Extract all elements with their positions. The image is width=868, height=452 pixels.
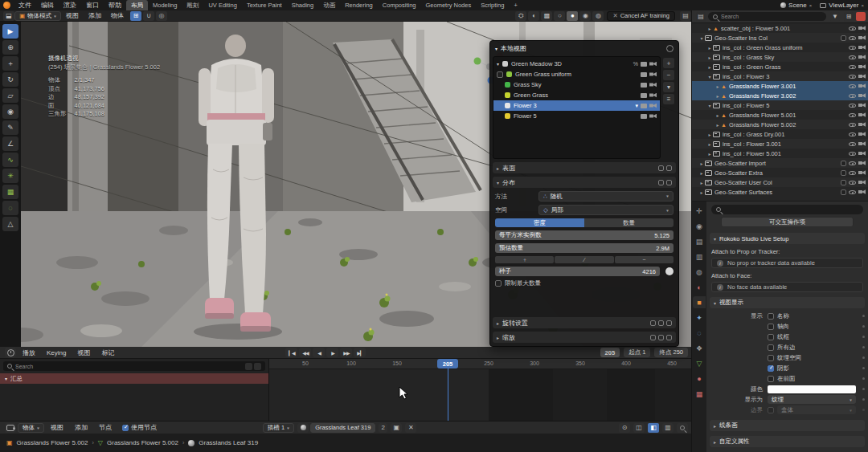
tab-scripting[interactable]: Scripting	[476, 0, 509, 10]
shading-solid-icon[interactable]: ●	[567, 11, 578, 21]
render-visibility-icon[interactable]	[858, 189, 866, 194]
render-icon[interactable]	[649, 114, 657, 119]
tab-rendering[interactable]: Rendering	[340, 0, 378, 10]
in-front-checkbox[interactable]	[768, 376, 774, 382]
tool-scatter-pattern[interactable]: ▦	[2, 185, 18, 199]
hide-icon[interactable]	[849, 84, 856, 88]
breadcrumb-mesh[interactable]: Grasslands Flower 5.002	[107, 439, 178, 446]
render-visibility-icon[interactable]	[858, 64, 866, 69]
hide-icon[interactable]	[849, 94, 856, 98]
divide-density-button[interactable]: ∕	[555, 256, 613, 263]
prev-keyframe-button[interactable]: ◀◀	[299, 348, 311, 357]
estimate-slider[interactable]: 预估数量2.9M	[495, 243, 674, 253]
outliner-row[interactable]: ▾ins_col : Flower 3	[692, 71, 868, 81]
display-icon[interactable]	[641, 93, 647, 98]
overlays-icon[interactable]: ◐	[528, 11, 539, 21]
subtract-density-button[interactable]: −	[615, 256, 674, 263]
exclude-checkbox[interactable]	[841, 161, 846, 166]
outliner-row-selected[interactable]: ▸▲Grasslands Flower 3.002	[692, 91, 868, 100]
outliner-row[interactable]: ▸ins_col : Green Grass	[692, 62, 868, 71]
filter-icon[interactable]: ▼	[830, 12, 840, 22]
render-visibility-icon[interactable]	[858, 93, 866, 98]
outliner-row[interactable]: ▸▲Grasslands Flower 5.002	[692, 120, 868, 129]
tab-scene[interactable]: ◍	[693, 266, 706, 278]
render-visibility-icon[interactable]	[858, 55, 866, 59]
frame-end-field[interactable]: 终点 250	[654, 348, 688, 357]
copy-icon[interactable]	[666, 180, 672, 185]
copy-icon[interactable]	[666, 165, 672, 171]
search-node-icon[interactable]	[677, 423, 688, 433]
density-count-toggle[interactable]: 密度 数量	[495, 218, 674, 227]
jump-to-end-button[interactable]: ▶▎	[354, 348, 366, 357]
bounds-checkbox[interactable]	[768, 407, 774, 413]
render-icon[interactable]	[649, 62, 657, 67]
cancel-af-training-button[interactable]: ✕ Cancel AF training	[607, 11, 675, 21]
outliner-row[interactable]: ▸ins_col : Flower 3.001	[692, 139, 868, 149]
display-icon[interactable]	[641, 104, 647, 108]
playhead-frame-tag[interactable]: 205	[437, 359, 458, 369]
vp-menu-view[interactable]: 视图	[61, 10, 84, 21]
hide-icon[interactable]	[849, 46, 856, 50]
shader-menu-add[interactable]: 添加	[70, 422, 92, 433]
hide-icon[interactable]	[849, 55, 856, 59]
tab-modeling[interactable]: Modeling	[148, 0, 182, 10]
display-icon[interactable]	[641, 83, 647, 88]
tool-scatter-brush[interactable]: ✳	[2, 169, 18, 183]
limit-checkbox-row[interactable]: 限制最大数量	[495, 279, 541, 287]
show-name-checkbox[interactable]	[768, 313, 774, 320]
hide-icon[interactable]	[849, 113, 856, 117]
list-item[interactable]: Green Grass	[493, 90, 660, 100]
percentage-icon[interactable]: %	[633, 61, 638, 67]
fake-user-shield-icon[interactable]: ▣	[391, 423, 402, 433]
tab-uv-editing[interactable]: UV Editing	[203, 0, 241, 10]
hide-icon[interactable]	[849, 152, 856, 156]
tool-cursor[interactable]: ⊕	[2, 40, 18, 55]
gizmo-y-axis[interactable]	[474, 58, 481, 65]
tab-layout[interactable]: 布局	[126, 0, 148, 10]
hide-icon[interactable]	[849, 171, 856, 175]
tab-modifiers[interactable]: ✦	[693, 312, 706, 324]
exclude-checkbox[interactable]	[841, 35, 846, 41]
play-reverse-button[interactable]: ◀	[313, 348, 325, 357]
render-visibility-icon[interactable]	[858, 83, 866, 88]
menu-file[interactable]: 文件	[14, 0, 36, 10]
jump-to-start-button[interactable]: ▎◀	[285, 348, 297, 357]
tab-geometry-nodes[interactable]: Geometry Nodes	[420, 0, 476, 10]
render-visibility-icon[interactable]	[858, 170, 866, 175]
display-icon[interactable]	[641, 62, 647, 67]
hide-icon[interactable]	[849, 26, 856, 31]
outliner-row[interactable]: ▸▲Grasslands Flower 5.001	[692, 110, 868, 120]
list-item-selected[interactable]: Flower 3 ▾	[493, 100, 660, 111]
tool-scatter-spray[interactable]: △	[2, 217, 18, 231]
outliner-row[interactable]: ▸Geo-Scatter User Col	[692, 177, 868, 187]
menu-view[interactable]: 视图	[72, 348, 95, 358]
breadcrumb-object[interactable]: Grasslands Flower 5.002	[17, 439, 88, 446]
collapse-icon[interactable]: ▾	[495, 46, 497, 51]
render-visibility-icon[interactable]	[858, 141, 866, 146]
material-users-count[interactable]: 2	[379, 423, 387, 433]
editor-type-icon[interactable]: ⬓	[3, 11, 14, 21]
tab-tool[interactable]: ✛	[693, 205, 706, 217]
play-button[interactable]: ▶	[326, 348, 338, 357]
move-item-button[interactable]: ≡	[663, 94, 674, 104]
reset-icon[interactable]	[658, 180, 664, 185]
tool-select-box[interactable]: ▶	[2, 24, 18, 39]
overlay-toggle-icon[interactable]: ◧	[648, 423, 659, 433]
density-slider[interactable]: 每平方米实例数5.125	[495, 230, 674, 240]
remove-button[interactable]: −	[663, 70, 674, 80]
frame-start-field[interactable]: 起点 1	[624, 348, 650, 357]
tab-world[interactable]: ◐	[693, 281, 706, 293]
tool-move[interactable]: ＋	[2, 56, 18, 71]
display-icon[interactable]	[641, 114, 647, 119]
hide-icon[interactable]	[849, 181, 856, 185]
object-color-swatch[interactable]	[768, 385, 856, 393]
specials-menu-button[interactable]: ▾	[663, 82, 674, 92]
section-distribution[interactable]: ▾分布	[493, 177, 676, 188]
timeline-ruler[interactable]: 50 100 150 250 300 350 400 450	[269, 359, 691, 369]
shadow-checkbox[interactable]	[768, 365, 774, 372]
outliner-row[interactable]: ▸ins_col : Flower 5.001	[692, 149, 868, 158]
hide-icon[interactable]	[849, 142, 856, 146]
segment-count[interactable]: 数量	[584, 218, 674, 227]
shader-type-dropdown[interactable]: 物体▾	[18, 423, 44, 433]
render-visibility-icon[interactable]	[858, 35, 866, 40]
